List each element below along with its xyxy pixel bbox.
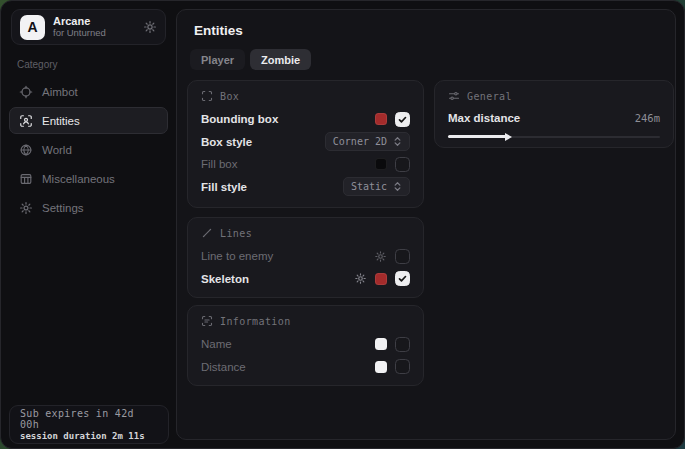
main-panel: Entities Player Zombie Box Bounding box — [176, 9, 676, 440]
sidebar-item-world[interactable]: World — [9, 136, 168, 163]
setting-row-distance: Distance — [201, 356, 410, 379]
row-settings-gear-icon[interactable] — [354, 272, 367, 285]
fill-style-dropdown[interactable]: Static — [343, 177, 410, 196]
setting-row-line-to-enemy: Line to enemy — [201, 245, 410, 268]
sidebar-item-label: Entities — [42, 115, 80, 127]
brand-card: A Arcane for Unturned — [11, 9, 166, 45]
setting-row-bounding-box: Bounding box — [201, 108, 410, 131]
sliders-icon — [448, 90, 460, 102]
fill-box-checkbox[interactable] — [395, 157, 410, 172]
box-card: Box Bounding box Box style Corner 2D — [187, 80, 424, 208]
chevron-updown-icon — [393, 136, 402, 147]
scan-box-icon — [201, 90, 213, 102]
entities-icon — [19, 114, 33, 128]
gear-icon — [19, 201, 33, 215]
slider-thumb[interactable] — [505, 133, 512, 141]
app-subtitle: for Unturned — [53, 28, 135, 39]
sidebar: A Arcane for Unturned Category — [1, 1, 176, 448]
setting-row-name: Name — [201, 333, 410, 356]
sidebar-item-label: Miscellaneous — [42, 173, 115, 185]
logo-letter: A — [27, 19, 37, 35]
card-title: Box — [220, 91, 239, 102]
tab-zombie[interactable]: Zombie — [250, 49, 311, 70]
color-swatch[interactable] — [375, 273, 387, 285]
color-swatch[interactable] — [375, 113, 387, 125]
line-tool-icon — [201, 227, 213, 239]
slider-fill — [448, 135, 507, 138]
page-title: Entities — [194, 23, 243, 38]
setting-row-skeleton: Skeleton — [201, 268, 410, 291]
skeleton-checkbox[interactable] — [395, 271, 410, 286]
sidebar-item-miscellaneous[interactable]: Miscellaneous — [9, 165, 168, 192]
card-title: General — [467, 91, 512, 102]
card-title: Information — [220, 316, 291, 327]
setting-row-box-style: Box style Corner 2D — [201, 131, 410, 154]
subscription-card: Sub expires in 42d 00h session duration … — [9, 405, 169, 444]
information-card: Information Name Distance — [187, 305, 424, 386]
sub-expires-text: Sub expires in 42d 00h — [20, 408, 158, 430]
sidebar-item-label: World — [42, 144, 72, 156]
general-card: General Max distance 246m — [434, 80, 674, 148]
sidebar-nav: Aimbot Entities World — [1, 78, 176, 221]
sidebar-item-label: Aimbot — [42, 86, 78, 98]
color-swatch[interactable] — [375, 361, 387, 373]
color-swatch[interactable] — [375, 338, 387, 350]
sidebar-item-aimbot[interactable]: Aimbot — [9, 78, 168, 105]
name-checkbox[interactable] — [395, 337, 410, 352]
card-title: Lines — [220, 228, 252, 239]
sidebar-item-entities[interactable]: Entities — [9, 107, 168, 134]
box-style-dropdown[interactable]: Corner 2D — [325, 132, 410, 151]
tab-player[interactable]: Player — [190, 49, 245, 70]
chevron-updown-icon — [393, 181, 402, 192]
bounding-box-checkbox[interactable] — [395, 112, 410, 127]
sidebar-item-settings[interactable]: Settings — [9, 194, 168, 221]
max-distance-slider[interactable] — [448, 132, 660, 141]
max-distance-value: 246m — [635, 112, 660, 124]
lines-card: Lines Line to enemy Skeleton — [187, 217, 424, 298]
session-duration-text: session duration 2m 11s — [20, 431, 158, 441]
line-to-enemy-checkbox[interactable] — [395, 249, 410, 264]
sidebar-item-label: Settings — [42, 202, 84, 214]
setting-row-fill-box: Fill box — [201, 153, 410, 176]
setting-row-fill-style: Fill style Static — [201, 176, 410, 199]
row-settings-gear-icon[interactable] — [374, 250, 387, 263]
app-window: A Arcane for Unturned Category — [0, 0, 685, 449]
category-label: Category — [17, 59, 176, 70]
columns-icon — [19, 172, 33, 186]
color-swatch[interactable] — [375, 158, 387, 170]
setting-row-max-distance: Max distance 246m — [448, 108, 660, 128]
tab-bar: Player Zombie — [190, 49, 311, 70]
scan-text-icon — [201, 315, 213, 327]
crosshair-icon — [19, 85, 33, 99]
globe-icon — [19, 143, 33, 157]
app-name: Arcane — [53, 15, 135, 28]
distance-checkbox[interactable] — [395, 359, 410, 374]
app-logo: A — [20, 15, 45, 40]
gear-icon[interactable] — [143, 20, 157, 34]
